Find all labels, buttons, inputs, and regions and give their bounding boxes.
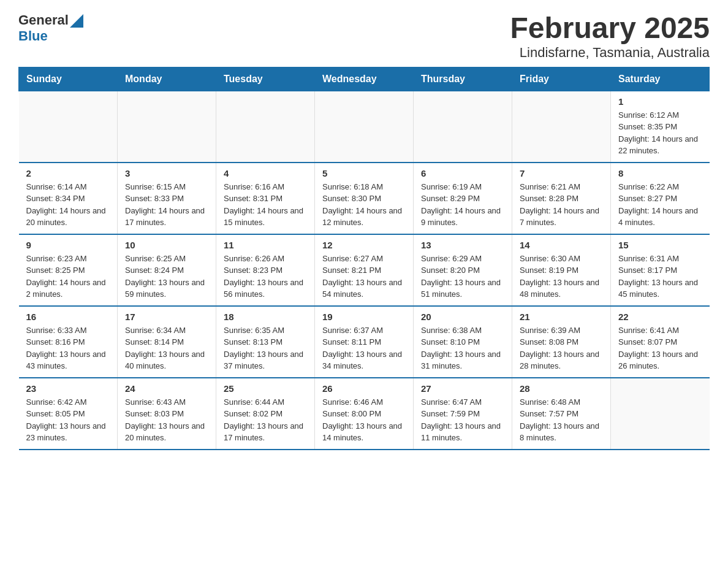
header-friday: Friday bbox=[512, 67, 611, 91]
table-row: 25Sunrise: 6:44 AMSunset: 8:02 PMDayligh… bbox=[216, 378, 315, 450]
calendar-table: Sunday Monday Tuesday Wednesday Thursday… bbox=[18, 67, 710, 450]
day-number: 17 bbox=[125, 312, 208, 322]
day-number: 1 bbox=[618, 96, 702, 107]
calendar-week-row: 16Sunrise: 6:33 AMSunset: 8:16 PMDayligh… bbox=[19, 306, 710, 378]
table-row bbox=[315, 91, 414, 163]
day-number: 19 bbox=[322, 312, 406, 322]
calendar-week-row: 9Sunrise: 6:23 AMSunset: 8:25 PMDaylight… bbox=[19, 234, 710, 306]
table-row: 8Sunrise: 6:22 AMSunset: 8:27 PMDaylight… bbox=[611, 163, 710, 234]
day-number: 26 bbox=[322, 383, 406, 394]
table-row: 18Sunrise: 6:35 AMSunset: 8:13 PMDayligh… bbox=[216, 306, 315, 378]
calendar-week-row: 2Sunrise: 6:14 AMSunset: 8:34 PMDaylight… bbox=[19, 163, 710, 234]
day-number: 10 bbox=[125, 240, 208, 250]
logo-general-text: General bbox=[18, 12, 69, 28]
header-tuesday: Tuesday bbox=[216, 67, 315, 91]
table-row: 23Sunrise: 6:42 AMSunset: 8:05 PMDayligh… bbox=[19, 378, 118, 450]
table-row: 26Sunrise: 6:46 AMSunset: 8:00 PMDayligh… bbox=[315, 378, 414, 450]
day-sun-info: Sunrise: 6:26 AMSunset: 8:23 PMDaylight:… bbox=[224, 253, 307, 301]
day-sun-info: Sunrise: 6:14 AMSunset: 8:34 PMDaylight:… bbox=[26, 181, 110, 229]
day-sun-info: Sunrise: 6:19 AMSunset: 8:29 PMDaylight:… bbox=[421, 181, 504, 229]
day-number: 8 bbox=[618, 168, 702, 178]
table-row bbox=[512, 91, 611, 163]
calendar-subtitle: Lindisfarne, Tasmania, Australia bbox=[510, 45, 710, 61]
day-number: 28 bbox=[520, 383, 603, 394]
day-number: 9 bbox=[26, 240, 110, 250]
day-number: 13 bbox=[421, 240, 504, 250]
day-number: 27 bbox=[421, 383, 504, 394]
table-row: 6Sunrise: 6:19 AMSunset: 8:29 PMDaylight… bbox=[414, 163, 512, 234]
day-sun-info: Sunrise: 6:37 AMSunset: 8:11 PMDaylight:… bbox=[322, 324, 406, 372]
table-row: 10Sunrise: 6:25 AMSunset: 8:24 PMDayligh… bbox=[118, 234, 216, 306]
day-number: 23 bbox=[26, 383, 110, 394]
table-row: 9Sunrise: 6:23 AMSunset: 8:25 PMDaylight… bbox=[19, 234, 118, 306]
day-number: 25 bbox=[224, 383, 307, 394]
day-sun-info: Sunrise: 6:18 AMSunset: 8:30 PMDaylight:… bbox=[322, 181, 406, 229]
day-number: 16 bbox=[26, 312, 110, 322]
day-number: 20 bbox=[421, 312, 504, 322]
table-row: 13Sunrise: 6:29 AMSunset: 8:20 PMDayligh… bbox=[414, 234, 512, 306]
calendar-title: February 2025 bbox=[510, 12, 710, 45]
table-row bbox=[611, 378, 710, 450]
table-row: 11Sunrise: 6:26 AMSunset: 8:23 PMDayligh… bbox=[216, 234, 315, 306]
day-sun-info: Sunrise: 6:39 AMSunset: 8:08 PMDaylight:… bbox=[520, 324, 603, 372]
day-sun-info: Sunrise: 6:35 AMSunset: 8:13 PMDaylight:… bbox=[224, 324, 307, 372]
day-sun-info: Sunrise: 6:25 AMSunset: 8:24 PMDaylight:… bbox=[125, 253, 208, 301]
table-row: 22Sunrise: 6:41 AMSunset: 8:07 PMDayligh… bbox=[611, 306, 710, 378]
logo: General Blue bbox=[18, 12, 83, 44]
day-sun-info: Sunrise: 6:42 AMSunset: 8:05 PMDaylight:… bbox=[26, 396, 110, 444]
logo-blue-text: Blue bbox=[18, 28, 83, 44]
day-sun-info: Sunrise: 6:43 AMSunset: 8:03 PMDaylight:… bbox=[125, 396, 208, 444]
day-sun-info: Sunrise: 6:38 AMSunset: 8:10 PMDaylight:… bbox=[421, 324, 504, 372]
day-sun-info: Sunrise: 6:30 AMSunset: 8:19 PMDaylight:… bbox=[520, 253, 603, 301]
day-sun-info: Sunrise: 6:12 AMSunset: 8:35 PMDaylight:… bbox=[618, 109, 702, 157]
day-number: 4 bbox=[224, 168, 307, 178]
header-saturday: Saturday bbox=[611, 67, 710, 91]
table-row: 4Sunrise: 6:16 AMSunset: 8:31 PMDaylight… bbox=[216, 163, 315, 234]
day-number: 24 bbox=[125, 383, 208, 394]
table-row bbox=[216, 91, 315, 163]
day-sun-info: Sunrise: 6:29 AMSunset: 8:20 PMDaylight:… bbox=[421, 253, 504, 301]
day-number: 3 bbox=[125, 168, 208, 178]
table-row: 17Sunrise: 6:34 AMSunset: 8:14 PMDayligh… bbox=[118, 306, 216, 378]
header-wednesday: Wednesday bbox=[315, 67, 414, 91]
day-sun-info: Sunrise: 6:47 AMSunset: 7:59 PMDaylight:… bbox=[421, 396, 504, 444]
day-sun-info: Sunrise: 6:41 AMSunset: 8:07 PMDaylight:… bbox=[618, 324, 702, 372]
calendar-header-row: Sunday Monday Tuesday Wednesday Thursday… bbox=[19, 67, 710, 91]
calendar-week-row: 1Sunrise: 6:12 AMSunset: 8:35 PMDaylight… bbox=[19, 91, 710, 163]
day-number: 2 bbox=[26, 168, 110, 178]
table-row bbox=[118, 91, 216, 163]
table-row bbox=[414, 91, 512, 163]
table-row: 15Sunrise: 6:31 AMSunset: 8:17 PMDayligh… bbox=[611, 234, 710, 306]
table-row: 2Sunrise: 6:14 AMSunset: 8:34 PMDaylight… bbox=[19, 163, 118, 234]
table-row: 7Sunrise: 6:21 AMSunset: 8:28 PMDaylight… bbox=[512, 163, 611, 234]
day-number: 11 bbox=[224, 240, 307, 250]
day-number: 14 bbox=[520, 240, 603, 250]
day-sun-info: Sunrise: 6:31 AMSunset: 8:17 PMDaylight:… bbox=[618, 253, 702, 301]
svg-marker-0 bbox=[70, 14, 83, 28]
page-header: General Blue February 2025 Lindisfarne, … bbox=[18, 12, 710, 61]
header-monday: Monday bbox=[118, 67, 216, 91]
table-row: 27Sunrise: 6:47 AMSunset: 7:59 PMDayligh… bbox=[414, 378, 512, 450]
day-sun-info: Sunrise: 6:27 AMSunset: 8:21 PMDaylight:… bbox=[322, 253, 406, 301]
table-row bbox=[19, 91, 118, 163]
day-sun-info: Sunrise: 6:48 AMSunset: 7:57 PMDaylight:… bbox=[520, 396, 603, 444]
day-sun-info: Sunrise: 6:22 AMSunset: 8:27 PMDaylight:… bbox=[618, 181, 702, 229]
day-sun-info: Sunrise: 6:44 AMSunset: 8:02 PMDaylight:… bbox=[224, 396, 307, 444]
day-sun-info: Sunrise: 6:21 AMSunset: 8:28 PMDaylight:… bbox=[520, 181, 603, 229]
calendar-week-row: 23Sunrise: 6:42 AMSunset: 8:05 PMDayligh… bbox=[19, 378, 710, 450]
table-row: 20Sunrise: 6:38 AMSunset: 8:10 PMDayligh… bbox=[414, 306, 512, 378]
table-row: 28Sunrise: 6:48 AMSunset: 7:57 PMDayligh… bbox=[512, 378, 611, 450]
day-number: 21 bbox=[520, 312, 603, 322]
day-number: 7 bbox=[520, 168, 603, 178]
table-row: 19Sunrise: 6:37 AMSunset: 8:11 PMDayligh… bbox=[315, 306, 414, 378]
table-row: 1Sunrise: 6:12 AMSunset: 8:35 PMDaylight… bbox=[611, 91, 710, 163]
day-number: 15 bbox=[618, 240, 702, 250]
day-sun-info: Sunrise: 6:23 AMSunset: 8:25 PMDaylight:… bbox=[26, 253, 110, 301]
calendar-title-block: February 2025 Lindisfarne, Tasmania, Aus… bbox=[510, 12, 710, 61]
header-sunday: Sunday bbox=[19, 67, 118, 91]
day-sun-info: Sunrise: 6:33 AMSunset: 8:16 PMDaylight:… bbox=[26, 324, 110, 372]
day-sun-info: Sunrise: 6:46 AMSunset: 8:00 PMDaylight:… bbox=[322, 396, 406, 444]
day-sun-info: Sunrise: 6:16 AMSunset: 8:31 PMDaylight:… bbox=[224, 181, 307, 229]
table-row: 5Sunrise: 6:18 AMSunset: 8:30 PMDaylight… bbox=[315, 163, 414, 234]
table-row: 12Sunrise: 6:27 AMSunset: 8:21 PMDayligh… bbox=[315, 234, 414, 306]
